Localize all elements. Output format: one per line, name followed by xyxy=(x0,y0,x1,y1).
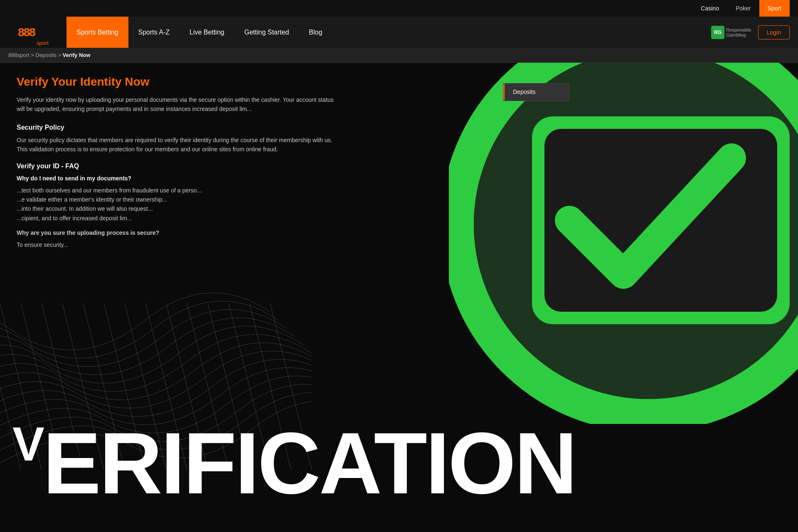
breadcrumb: 888sport > Deposits > Verify Now xyxy=(0,48,798,63)
logo-area: 888 sport xyxy=(0,17,66,48)
responsible-gambling: RG ResponsibleGambling xyxy=(711,26,751,39)
faq-a2: To ensure security... xyxy=(17,240,291,249)
breadcrumb-sep1: > xyxy=(31,52,35,58)
rg-badge: RG xyxy=(711,26,724,39)
faq-q2: Why are you sure the uploading process i… xyxy=(17,229,341,236)
verification-big-text: VERIFICATION xyxy=(12,420,798,507)
security-policy-title: Security Policy xyxy=(17,124,341,131)
faq-q1: Why do I need to send in my documents? xyxy=(17,175,341,182)
nav-blog[interactable]: Blog xyxy=(299,17,332,48)
verification-overlay: VERIFICATION xyxy=(0,420,798,507)
page-title: Verify Your Identity Now xyxy=(17,75,341,89)
nav-sports-betting[interactable]: Sports Betting xyxy=(66,17,128,48)
verification-graphic xyxy=(449,25,798,424)
login-button[interactable]: Login xyxy=(758,25,790,39)
nav-items: Sports Betting Sports A-Z Live Betting G… xyxy=(66,17,711,48)
breadcrumb-sep2: > xyxy=(58,52,63,58)
nav-sports-az[interactable]: Sports A-Z xyxy=(128,17,180,48)
main-nav: 888 sport Sports Betting Sports A-Z Live… xyxy=(0,17,798,48)
rg-text: ResponsibleGambling xyxy=(726,27,751,37)
nav-right: RG ResponsibleGambling Login xyxy=(711,25,798,39)
poker-button[interactable]: Poker xyxy=(727,0,759,17)
sidebar-deposits[interactable]: Deposits xyxy=(503,84,569,101)
nav-getting-started[interactable]: Getting Started xyxy=(234,17,299,48)
sidebar: Deposits xyxy=(503,83,569,101)
logo-sport: sport xyxy=(37,40,49,46)
faq-title: Verify your ID - FAQ xyxy=(17,163,341,170)
nav-live-betting[interactable]: Live Betting xyxy=(180,17,234,48)
faq-a1: ...tect both ourselves and our members f… xyxy=(17,186,291,223)
sport-button[interactable]: Sport xyxy=(759,0,790,17)
content-area: Verify Your Identity Now Verify your ide… xyxy=(0,63,357,269)
intro-text: Verify your identity now by uploading yo… xyxy=(17,95,341,114)
header: Casino Poker Sport 888 sport Sports Bett… xyxy=(0,0,798,48)
breadcrumb-section[interactable]: Deposits xyxy=(35,52,57,58)
security-policy-body: Our security policy dictates that member… xyxy=(17,135,332,154)
casino-button[interactable]: Casino xyxy=(692,0,727,17)
logo-888: 888 xyxy=(18,26,35,39)
top-bar: Casino Poker Sport xyxy=(0,0,798,17)
breadcrumb-site[interactable]: 888sport xyxy=(8,52,30,58)
breadcrumb-current: Verify Now xyxy=(63,52,90,58)
